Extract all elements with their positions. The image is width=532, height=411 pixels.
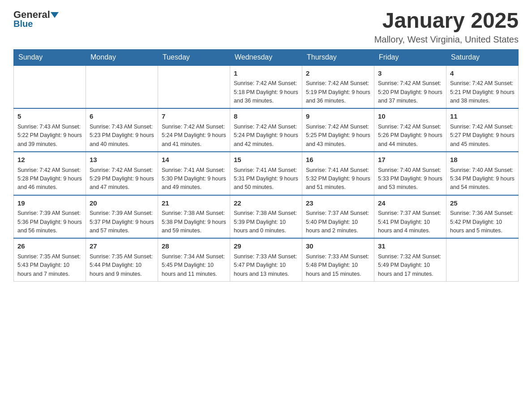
day-number: 29 — [234, 241, 298, 252]
calendar-cell: 9Sunrise: 7:42 AM Sunset: 5:25 PM Daylig… — [302, 108, 374, 152]
day-info: Sunrise: 7:42 AM Sunset: 5:28 PM Dayligh… — [17, 166, 82, 192]
day-info: Sunrise: 7:32 AM Sunset: 5:49 PM Dayligh… — [378, 253, 442, 278]
day-info: Sunrise: 7:35 AM Sunset: 5:44 PM Dayligh… — [90, 253, 154, 278]
calendar-cell: 4Sunrise: 7:42 AM Sunset: 5:21 PM Daylig… — [446, 65, 519, 109]
calendar-week-row: 1Sunrise: 7:42 AM Sunset: 5:18 PM Daylig… — [14, 65, 519, 109]
day-number: 28 — [162, 241, 226, 252]
day-number: 25 — [450, 198, 515, 209]
day-number: 16 — [306, 155, 370, 165]
calendar-cell: 10Sunrise: 7:42 AM Sunset: 5:26 PM Dayli… — [374, 108, 446, 152]
calendar-cell: 19Sunrise: 7:39 AM Sunset: 5:36 PM Dayli… — [14, 195, 86, 239]
day-info: Sunrise: 7:42 AM Sunset: 5:29 PM Dayligh… — [90, 166, 154, 192]
day-info: Sunrise: 7:40 AM Sunset: 5:34 PM Dayligh… — [450, 166, 515, 192]
calendar-cell: 25Sunrise: 7:36 AM Sunset: 5:42 PM Dayli… — [446, 195, 519, 239]
calendar-cell: 22Sunrise: 7:38 AM Sunset: 5:39 PM Dayli… — [230, 195, 302, 239]
month-title: January 2025 — [374, 9, 519, 33]
day-number: 3 — [378, 68, 442, 79]
calendar-week-row: 12Sunrise: 7:42 AM Sunset: 5:28 PM Dayli… — [14, 152, 519, 195]
day-info: Sunrise: 7:40 AM Sunset: 5:33 PM Dayligh… — [378, 166, 442, 192]
day-number: 18 — [450, 155, 515, 165]
day-info: Sunrise: 7:43 AM Sunset: 5:22 PM Dayligh… — [17, 123, 82, 149]
calendar-cell: 20Sunrise: 7:39 AM Sunset: 5:37 PM Dayli… — [86, 195, 158, 239]
day-header-thursday: Thursday — [302, 49, 374, 65]
logo: General Blue — [13, 9, 59, 29]
day-info: Sunrise: 7:42 AM Sunset: 5:25 PM Dayligh… — [306, 123, 370, 149]
calendar-cell: 21Sunrise: 7:38 AM Sunset: 5:38 PM Dayli… — [158, 195, 230, 239]
day-number: 4 — [450, 68, 515, 79]
day-number: 6 — [90, 111, 154, 122]
day-info: Sunrise: 7:36 AM Sunset: 5:42 PM Dayligh… — [450, 209, 515, 235]
day-number: 12 — [17, 155, 82, 165]
day-info: Sunrise: 7:42 AM Sunset: 5:24 PM Dayligh… — [162, 123, 226, 149]
day-number: 26 — [17, 241, 82, 252]
day-info: Sunrise: 7:38 AM Sunset: 5:38 PM Dayligh… — [162, 209, 226, 235]
calendar-cell: 12Sunrise: 7:42 AM Sunset: 5:28 PM Dayli… — [14, 152, 86, 195]
day-info: Sunrise: 7:42 AM Sunset: 5:27 PM Dayligh… — [450, 123, 515, 149]
calendar-week-row: 26Sunrise: 7:35 AM Sunset: 5:43 PM Dayli… — [14, 238, 519, 281]
day-number: 11 — [450, 111, 515, 122]
day-number: 1 — [234, 68, 298, 79]
day-info: Sunrise: 7:37 AM Sunset: 5:40 PM Dayligh… — [306, 209, 370, 235]
calendar-cell — [86, 65, 158, 109]
calendar-cell: 1Sunrise: 7:42 AM Sunset: 5:18 PM Daylig… — [230, 65, 302, 109]
day-number: 17 — [378, 155, 442, 165]
calendar-cell: 7Sunrise: 7:42 AM Sunset: 5:24 PM Daylig… — [158, 108, 230, 152]
day-header-saturday: Saturday — [446, 49, 519, 65]
calendar-cell: 24Sunrise: 7:37 AM Sunset: 5:41 PM Dayli… — [374, 195, 446, 239]
day-number: 24 — [378, 198, 442, 209]
calendar-cell — [158, 65, 230, 109]
day-info: Sunrise: 7:37 AM Sunset: 5:41 PM Dayligh… — [378, 209, 442, 235]
calendar-cell: 16Sunrise: 7:41 AM Sunset: 5:32 PM Dayli… — [302, 152, 374, 195]
day-info: Sunrise: 7:42 AM Sunset: 5:19 PM Dayligh… — [306, 79, 370, 105]
calendar-cell: 8Sunrise: 7:42 AM Sunset: 5:24 PM Daylig… — [230, 108, 302, 152]
day-number: 27 — [90, 241, 154, 252]
day-number: 13 — [90, 155, 154, 165]
calendar-cell: 5Sunrise: 7:43 AM Sunset: 5:22 PM Daylig… — [14, 108, 86, 152]
day-info: Sunrise: 7:33 AM Sunset: 5:47 PM Dayligh… — [234, 253, 298, 278]
calendar-week-row: 19Sunrise: 7:39 AM Sunset: 5:36 PM Dayli… — [14, 195, 519, 239]
day-number: 8 — [234, 111, 298, 122]
day-number: 19 — [17, 198, 82, 209]
day-header-tuesday: Tuesday — [158, 49, 230, 65]
calendar-cell: 27Sunrise: 7:35 AM Sunset: 5:44 PM Dayli… — [86, 238, 158, 281]
day-info: Sunrise: 7:43 AM Sunset: 5:23 PM Dayligh… — [90, 123, 154, 149]
title-area: January 2025 Mallory, West Virginia, Uni… — [374, 9, 519, 45]
day-info: Sunrise: 7:39 AM Sunset: 5:37 PM Dayligh… — [90, 209, 154, 235]
day-info: Sunrise: 7:42 AM Sunset: 5:26 PM Dayligh… — [378, 123, 442, 149]
calendar-cell: 13Sunrise: 7:42 AM Sunset: 5:29 PM Dayli… — [86, 152, 158, 195]
day-header-monday: Monday — [86, 49, 158, 65]
calendar-week-row: 5Sunrise: 7:43 AM Sunset: 5:22 PM Daylig… — [14, 108, 519, 152]
day-number: 9 — [306, 111, 370, 122]
calendar-cell: 15Sunrise: 7:41 AM Sunset: 5:31 PM Dayli… — [230, 152, 302, 195]
calendar-cell: 29Sunrise: 7:33 AM Sunset: 5:47 PM Dayli… — [230, 238, 302, 281]
calendar-cell — [14, 65, 86, 109]
day-info: Sunrise: 7:42 AM Sunset: 5:21 PM Dayligh… — [450, 79, 515, 105]
calendar-table: SundayMondayTuesdayWednesdayThursdayFrid… — [13, 49, 519, 282]
logo-blue-text: Blue — [13, 19, 33, 29]
calendar-header-row: SundayMondayTuesdayWednesdayThursdayFrid… — [14, 49, 519, 65]
calendar-cell: 11Sunrise: 7:42 AM Sunset: 5:27 PM Dayli… — [446, 108, 519, 152]
calendar-cell: 6Sunrise: 7:43 AM Sunset: 5:23 PM Daylig… — [86, 108, 158, 152]
day-info: Sunrise: 7:41 AM Sunset: 5:32 PM Dayligh… — [306, 166, 370, 192]
calendar-cell: 14Sunrise: 7:41 AM Sunset: 5:30 PM Dayli… — [158, 152, 230, 195]
calendar-cell: 30Sunrise: 7:33 AM Sunset: 5:48 PM Dayli… — [302, 238, 374, 281]
day-info: Sunrise: 7:42 AM Sunset: 5:24 PM Dayligh… — [234, 123, 298, 149]
calendar-cell: 28Sunrise: 7:34 AM Sunset: 5:45 PM Dayli… — [158, 238, 230, 281]
calendar-cell: 3Sunrise: 7:42 AM Sunset: 5:20 PM Daylig… — [374, 65, 446, 109]
day-number: 14 — [162, 155, 226, 165]
day-number: 15 — [234, 155, 298, 165]
day-info: Sunrise: 7:35 AM Sunset: 5:43 PM Dayligh… — [17, 253, 82, 278]
day-header-friday: Friday — [374, 49, 446, 65]
calendar-cell: 18Sunrise: 7:40 AM Sunset: 5:34 PM Dayli… — [446, 152, 519, 195]
day-number: 31 — [378, 241, 442, 252]
day-header-wednesday: Wednesday — [230, 49, 302, 65]
day-number: 2 — [306, 68, 370, 79]
day-info: Sunrise: 7:41 AM Sunset: 5:30 PM Dayligh… — [162, 166, 226, 192]
calendar-cell: 31Sunrise: 7:32 AM Sunset: 5:49 PM Dayli… — [374, 238, 446, 281]
calendar-cell — [446, 238, 519, 281]
location-text: Mallory, West Virginia, United States — [374, 34, 519, 45]
day-info: Sunrise: 7:41 AM Sunset: 5:31 PM Dayligh… — [234, 166, 298, 192]
page-header: General Blue January 2025 Mallory, West … — [13, 9, 519, 45]
day-number: 21 — [162, 198, 226, 209]
day-number: 22 — [234, 198, 298, 209]
